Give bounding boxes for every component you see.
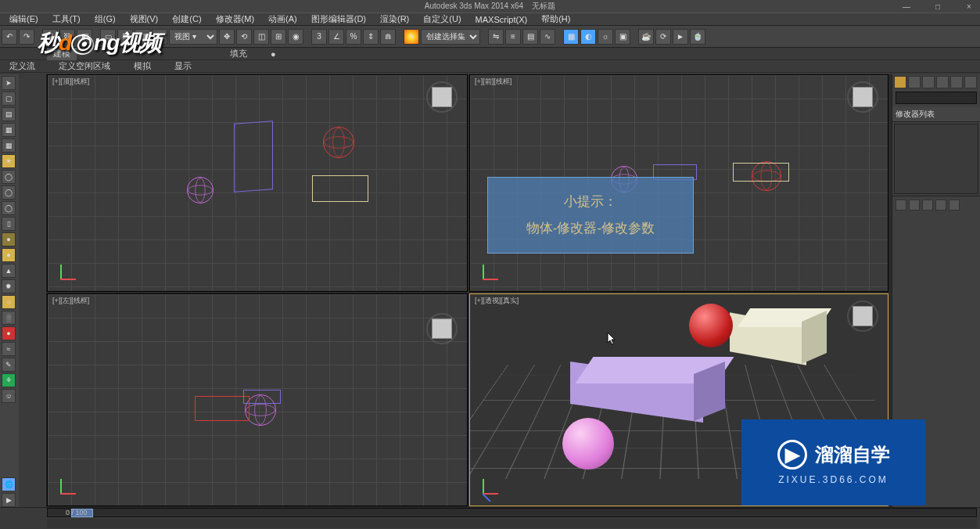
render-setup-icon[interactable]: ☼ — [598, 29, 613, 45]
center-icon[interactable]: ◉ — [288, 29, 303, 45]
tab-display-icon[interactable] — [950, 76, 963, 88]
cmd-man-icon[interactable]: ☺ — [2, 389, 16, 403]
obj-box-beige[interactable] — [312, 175, 368, 202]
cmd-torus2-icon[interactable]: ◯ — [2, 185, 16, 200]
cmd-globe-icon[interactable]: 🌐 — [2, 477, 16, 491]
tab-create-icon[interactable] — [894, 76, 906, 88]
cmd-light2-icon[interactable]: ☼ — [2, 295, 16, 309]
cmd-box-icon[interactable]: ▢ — [2, 92, 16, 106]
layers-icon[interactable]: ▤ — [522, 29, 538, 45]
render-prod-icon[interactable]: ☕ — [638, 29, 654, 45]
render-last-icon[interactable]: ► — [673, 29, 688, 45]
cmd-list-icon[interactable]: ▤ — [2, 107, 16, 121]
ribbon-tab-fill[interactable]: 填充 — [224, 47, 253, 60]
viewcube-top[interactable] — [426, 81, 458, 113]
snap3-icon[interactable]: 3 — [311, 29, 327, 45]
ribbon-sub-simulate[interactable]: 模拟 — [127, 59, 157, 73]
menu-help[interactable]: 帮助(H) — [535, 13, 576, 26]
maximize-button[interactable]: □ — [930, 2, 946, 11]
percent-snap-icon[interactable]: % — [346, 29, 361, 45]
time-ruler[interactable] — [47, 519, 977, 528]
viewcube-persp[interactable] — [847, 300, 878, 332]
tab-motion-icon[interactable] — [936, 76, 949, 88]
angle-snap-icon[interactable]: ∠ — [328, 29, 344, 45]
viewport-top[interactable]: [+][顶][线框] — [47, 74, 468, 292]
show-end-icon[interactable] — [909, 200, 920, 211]
named-sel-icon[interactable]: ✎ — [404, 29, 419, 45]
redo-icon[interactable]: ↷ — [19, 29, 34, 45]
cmd-play-icon[interactable]: ▶ — [2, 493, 16, 507]
cmd-grass-icon[interactable]: ⚘ — [2, 373, 16, 387]
obj-sphere-purple[interactable] — [187, 177, 214, 203]
obj-box-beige-3d[interactable] — [730, 308, 831, 368]
remove-icon[interactable] — [935, 200, 946, 211]
cmd-arrow-icon[interactable]: ➤ — [2, 76, 16, 90]
menu-render[interactable]: 渲染(R) — [374, 13, 415, 26]
obj-box-purple-3d[interactable] — [570, 357, 727, 427]
obj-box-purple-l[interactable] — [243, 390, 281, 404]
cmd-torus3-icon[interactable]: ◯ — [2, 201, 16, 215]
cmd-torus-icon[interactable]: ◯ — [2, 170, 16, 184]
obj-sphere-red[interactable] — [323, 127, 354, 158]
viewport-left[interactable]: [+][左][线框] — [47, 293, 468, 506]
modifier-list-label[interactable]: 修改器列表 — [892, 107, 980, 122]
obj-sphere-red-3d[interactable] — [689, 304, 733, 347]
viewcube-left[interactable] — [426, 313, 458, 344]
teapot-icon[interactable]: 🍵 — [690, 29, 705, 45]
render-iter-icon[interactable]: ⟳ — [655, 29, 671, 45]
obj-sphere-pink-3d[interactable] — [562, 418, 614, 470]
schematic-icon[interactable]: ▦ — [563, 29, 579, 45]
minimize-button[interactable]: — — [899, 2, 914, 11]
menu-customize[interactable]: 自定义(U) — [417, 13, 467, 26]
undo-icon[interactable]: ↶ — [2, 29, 17, 45]
tab-utilities-icon[interactable] — [964, 76, 977, 88]
move-icon[interactable]: ✥ — [219, 29, 235, 45]
menu-modifiers[interactable]: 修改器(M) — [210, 13, 261, 26]
cmd-sun-icon[interactable]: ✹ — [2, 279, 16, 293]
magnet-icon[interactable]: ⋒ — [380, 29, 396, 45]
cmd-cone-icon[interactable]: ▲ — [2, 264, 16, 278]
view-dropdown[interactable]: 视图 ▾ — [169, 29, 217, 45]
unique-icon[interactable] — [922, 200, 933, 211]
cmd-grid2-icon[interactable]: ▦ — [2, 139, 16, 153]
viewcube-front[interactable] — [847, 81, 878, 113]
ribbon-sub-define-idle[interactable]: 定义空闲区域 — [52, 59, 117, 73]
render-frame-icon[interactable]: ▣ — [615, 29, 630, 45]
selection-set-dropdown[interactable]: 创建选择集 — [421, 29, 480, 45]
menu-create[interactable]: 创建(C) — [166, 13, 207, 26]
ribbon-camera-icon[interactable]: ● — [264, 49, 282, 59]
cmd-grid-icon[interactable]: ▦ — [2, 123, 16, 137]
menu-maxscript[interactable]: MAXScript(X) — [469, 14, 534, 25]
time-slider-track[interactable] — [47, 508, 977, 517]
cmd-rain-icon[interactable]: ░ — [2, 311, 16, 325]
rotate-icon[interactable]: ⟲ — [236, 29, 252, 45]
spinner-snap-icon[interactable]: ⇕ — [363, 29, 379, 45]
close-button[interactable]: × — [961, 2, 977, 11]
cmd-brush-icon[interactable]: ✎ — [2, 358, 16, 372]
obj-box-purple[interactable] — [234, 121, 273, 192]
menu-group[interactable]: 组(G) — [88, 13, 122, 26]
curve-editor-icon[interactable]: ∿ — [540, 29, 555, 45]
obj-box-red-l[interactable] — [195, 396, 249, 421]
ribbon-sub-define-flow[interactable]: 定义流 — [3, 59, 41, 73]
object-name-field[interactable] — [896, 92, 977, 104]
tab-modify-icon[interactable] — [908, 76, 921, 88]
cmd-cyl-icon[interactable]: ▯ — [2, 217, 16, 231]
ribbon-sub-display[interactable]: 显示 — [168, 59, 198, 73]
modifier-stack[interactable] — [894, 124, 978, 194]
material-icon[interactable]: ◐ — [580, 29, 596, 45]
menu-animation[interactable]: 动画(A) — [262, 13, 303, 26]
tab-hierarchy-icon[interactable] — [922, 76, 935, 88]
scale-icon[interactable]: ◫ — [253, 29, 269, 45]
pin-stack-icon[interactable] — [896, 200, 906, 211]
obj-box-beige-f[interactable] — [733, 163, 789, 182]
menu-graph[interactable]: 图形编辑器(D) — [305, 13, 372, 26]
config-icon[interactable] — [949, 200, 960, 211]
cmd-sphere-icon[interactable]: ● — [2, 232, 16, 247]
refsys-icon[interactable]: ⊞ — [271, 29, 286, 45]
cmd-sphere2-icon[interactable]: ● — [2, 248, 16, 262]
cmd-wave-icon[interactable]: ≈ — [2, 342, 16, 356]
menu-edit[interactable]: 编辑(E) — [3, 13, 45, 26]
menu-views[interactable]: 视图(V) — [124, 13, 165, 26]
viewport-front[interactable]: [+][前][线框] 小提示： 物体-修改器-修改参数 — [469, 74, 888, 292]
